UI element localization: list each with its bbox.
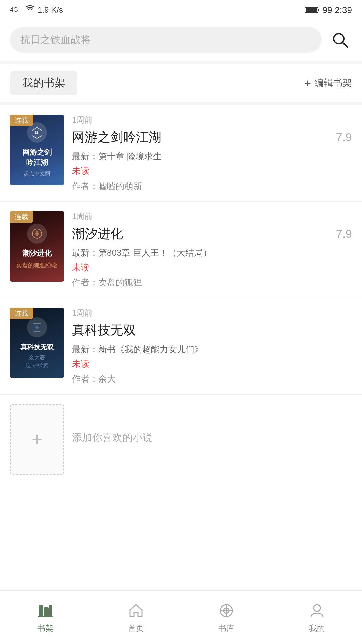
cover-text-2: 潮汐进化 bbox=[20, 246, 55, 261]
book-score-2: 7.9 bbox=[336, 227, 352, 240]
search-area: 抗日之铁血战将 bbox=[0, 20, 362, 61]
book-cover-2: 潮汐进化 卖盘的狐狸◎著 连载 bbox=[10, 211, 64, 282]
serializing-badge-2: 连载 bbox=[10, 211, 33, 223]
book-item-2[interactable]: 潮汐进化 卖盘的狐狸◎著 连载 1周前 潮汐进化 7.9 最新：第803章 巨人… bbox=[0, 202, 362, 298]
book-title-2: 潮汐进化 bbox=[72, 225, 123, 242]
cover-platform-3: 起点中文网 bbox=[23, 363, 51, 369]
book-time-1: 1周前 bbox=[72, 115, 352, 125]
svg-rect-12 bbox=[38, 616, 53, 617]
status-left: 4G↑ 1.9 K/s bbox=[10, 4, 63, 16]
library-icon bbox=[217, 601, 236, 620]
book-info-2: 1周前 潮汐进化 7.9 最新：第803章 巨人王！（大结局） 未读 作者：卖盘… bbox=[64, 211, 352, 288]
book-latest-3: 最新：新书《我的超能力女儿们》 bbox=[72, 344, 352, 355]
battery-percent: 99 bbox=[322, 5, 332, 15]
book-unread-1: 未读 bbox=[72, 165, 352, 177]
add-book-cover: + bbox=[10, 404, 64, 475]
status-right: 99 2:39 bbox=[305, 5, 352, 15]
status-bar: 4G↑ 1.9 K/s 99 2:39 bbox=[0, 0, 362, 20]
book-unread-3: 未读 bbox=[72, 358, 352, 370]
book-list: G 网游之剑吟江湖 起点中文网 连载 1周前 网游之剑吟江湖 7.9 最新：第十… bbox=[0, 105, 362, 590]
book-time-2: 1周前 bbox=[72, 211, 352, 222]
shelf-icon bbox=[36, 601, 55, 620]
cover-logo-2 bbox=[27, 224, 47, 244]
wifi-icon bbox=[25, 5, 35, 15]
cover-author-2: 卖盘的狐狸◎著 bbox=[13, 261, 61, 269]
nav-label-shelf: 书架 bbox=[37, 623, 53, 634]
cover-author-3: 余大著 bbox=[26, 354, 48, 361]
book-author-2: 作者：卖盘的狐狸 bbox=[72, 277, 352, 288]
book-unread-2: 未读 bbox=[72, 261, 352, 273]
svg-text:4G↑: 4G↑ bbox=[10, 6, 21, 13]
svg-line-5 bbox=[342, 42, 348, 47]
book-time-3: 1周前 bbox=[72, 308, 352, 318]
book-title-row-3: 真科技无双 bbox=[72, 322, 352, 339]
nav-item-mine[interactable]: 我的 bbox=[272, 601, 362, 634]
svg-text:G: G bbox=[35, 130, 38, 135]
serializing-badge-1: 连载 bbox=[10, 115, 33, 126]
book-score-1: 7.9 bbox=[336, 131, 352, 144]
add-book-item[interactable]: + 添加你喜欢的小说 bbox=[0, 395, 362, 484]
svg-rect-10 bbox=[44, 607, 49, 616]
svg-rect-3 bbox=[318, 9, 319, 11]
book-title-row-2: 潮汐进化 7.9 bbox=[72, 225, 352, 242]
cover-logo-3 bbox=[27, 317, 47, 337]
add-book-text: 添加你喜欢的小说 bbox=[64, 404, 153, 445]
nav-item-home[interactable]: 首页 bbox=[90, 601, 181, 634]
nav-label-library: 书库 bbox=[218, 623, 234, 634]
shelf-title-button[interactable]: 我的书架 bbox=[10, 71, 77, 95]
nav-item-shelf[interactable]: 书架 bbox=[0, 601, 90, 634]
svg-rect-2 bbox=[306, 8, 317, 12]
book-title-1: 网游之剑吟江湖 bbox=[72, 129, 161, 146]
search-button[interactable] bbox=[328, 28, 352, 52]
time-display: 2:39 bbox=[335, 5, 352, 15]
svg-point-17 bbox=[314, 605, 320, 611]
nav-label-home: 首页 bbox=[128, 623, 144, 634]
book-latest-1: 最新：第十章 险境求生 bbox=[72, 151, 352, 162]
cover-sub-1: 起点中文网 bbox=[21, 170, 53, 177]
book-cover-1: G 网游之剑吟江湖 起点中文网 连载 bbox=[10, 115, 64, 185]
add-plus-icon: + bbox=[32, 430, 43, 449]
book-cover-3: 真科技无双 余大著 起点中文网 连载 bbox=[10, 308, 64, 378]
svg-rect-9 bbox=[39, 605, 43, 616]
nav-item-library[interactable]: 书库 bbox=[181, 601, 272, 634]
book-latest-2: 最新：第803章 巨人王！（大结局） bbox=[72, 247, 352, 259]
svg-rect-11 bbox=[49, 605, 52, 616]
signal-icon: 4G↑ bbox=[10, 4, 22, 16]
cover-text-3: 真科技无双 bbox=[17, 339, 57, 354]
serializing-badge-3: 连载 bbox=[10, 308, 33, 319]
book-author-1: 作者：嘘嘘的萌新 bbox=[72, 180, 352, 192]
book-info-1: 1周前 网游之剑吟江湖 7.9 最新：第十章 险境求生 未读 作者：嘘嘘的萌新 bbox=[64, 115, 352, 192]
cover-text-1: 网游之剑吟江湖 bbox=[20, 145, 55, 171]
book-info-3: 1周前 真科技无双 最新：新书《我的超能力女儿们》 未读 作者：余大 bbox=[64, 308, 352, 385]
mine-icon bbox=[307, 601, 326, 620]
book-item-3[interactable]: 真科技无双 余大著 起点中文网 连载 1周前 真科技无双 最新：新书《我的超能力… bbox=[0, 298, 362, 395]
search-placeholder: 抗日之铁血战将 bbox=[20, 33, 91, 47]
book-item[interactable]: G 网游之剑吟江湖 起点中文网 连载 1周前 网游之剑吟江湖 7.9 最新：第十… bbox=[0, 105, 362, 202]
shelf-header: 我的书架 + 编辑书架 bbox=[0, 64, 362, 102]
bottom-nav: 书架 首页 书库 我的 bbox=[0, 590, 362, 644]
home-icon bbox=[126, 601, 145, 620]
search-input-wrap[interactable]: 抗日之铁血战将 bbox=[10, 27, 322, 53]
edit-shelf-button[interactable]: + 编辑书架 bbox=[304, 77, 352, 90]
speed-text: 1.9 K/s bbox=[38, 5, 63, 15]
edit-plus-icon: + bbox=[304, 77, 311, 90]
nav-label-mine: 我的 bbox=[309, 623, 325, 634]
edit-label: 编辑书架 bbox=[314, 77, 352, 89]
book-author-3: 作者：余大 bbox=[72, 373, 352, 385]
book-title-row-1: 网游之剑吟江湖 7.9 bbox=[72, 129, 352, 146]
battery-icon bbox=[305, 6, 320, 14]
book-title-3: 真科技无双 bbox=[72, 322, 136, 339]
